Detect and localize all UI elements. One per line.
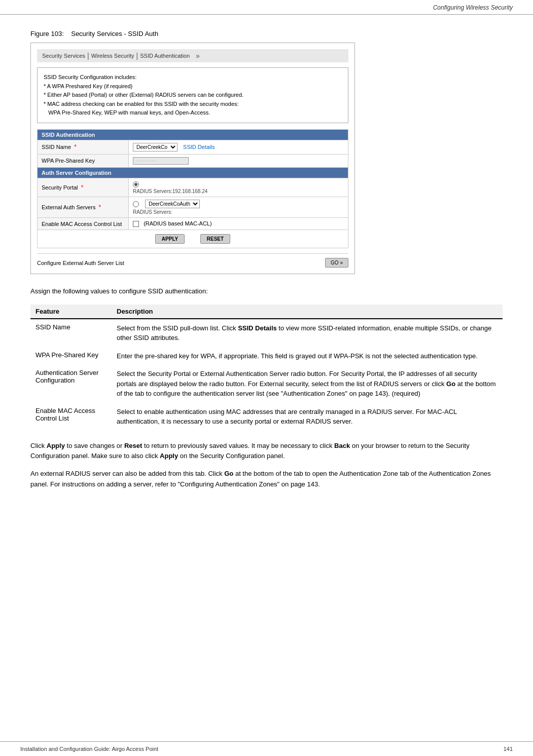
ssid-name-label: SSID Name (42, 144, 71, 150)
buttons-cell: APPLY RESET (38, 230, 348, 248)
feat-mac-acl-name: Enable MAC AccessControl List (30, 403, 112, 431)
feat-wpa-name: WPA Pre-Shared Key (30, 347, 112, 365)
info-line-1: SSID Security Configuration includes: (44, 73, 342, 82)
security-portal-value-cell: RADIUS Servers:192.168.168.24 (129, 178, 348, 197)
breadcrumb-forward-icon: » (196, 52, 200, 60)
ssid-details-link[interactable]: SSID Details (183, 144, 215, 150)
feat-mac-acl-desc: Select to enable authentication using MA… (112, 403, 503, 431)
wpa-key-input[interactable] (133, 157, 189, 165)
external-auth-radio[interactable] (133, 201, 139, 207)
external-auth-value-cell: DeerCreekCoAuth RADIUS Servers: (129, 197, 348, 218)
feat-ssid-name: SSID Name (30, 319, 112, 347)
breadcrumb-part-1: Security Services (42, 53, 85, 59)
feature-row-wpa: WPA Pre-Shared Key Enter the pre-shared … (30, 347, 503, 365)
apply-button[interactable]: APPLY (155, 234, 185, 244)
go-bold: Go (446, 380, 455, 388)
external-auth-select[interactable]: DeerCreekCoAuth (145, 200, 200, 208)
ssid-name-row: SSID Name * DeerCreekCo SSID Details (38, 140, 348, 154)
figure-title: Security Services - SSID Auth (71, 30, 158, 37)
breadcrumb-part-3: SSID Authentication (140, 53, 190, 59)
mac-acl-row: Enable MAC Access Control List (RADIUS b… (38, 218, 348, 230)
body-para-1: Click Apply to save changes or Reset to … (30, 441, 503, 462)
security-portal-row: Security Portal * RADIUS Servers:192.168… (38, 178, 348, 197)
radius-servers-empty-line: RADIUS Servers: (133, 209, 344, 215)
footer-right: 141 (504, 746, 513, 752)
info-line-4: * MAC address checking can be enabled fo… (44, 100, 342, 109)
breadcrumb-arrow-2: | (136, 52, 138, 60)
security-portal-required: * (81, 184, 84, 191)
reset-bold: Reset (124, 442, 142, 449)
info-box: SSID Security Configuration includes: * … (37, 67, 348, 123)
feature-row-mac-acl: Enable MAC AccessControl List Select to … (30, 403, 503, 431)
mac-acl-text: (RADIUS based MAC-ACL) (144, 220, 211, 226)
footer-left: Installation and Configuration Guide: Ai… (20, 746, 158, 752)
body-para-2: An external RADIUS server can also be ad… (30, 469, 503, 490)
figure-caption: Figure 103: Security Services - SSID Aut… (30, 30, 503, 37)
main-content: Figure 103: Security Services - SSID Aut… (0, 15, 533, 517)
mac-acl-checkbox[interactable] (133, 221, 139, 227)
back-bold: Back (334, 442, 350, 449)
feature-table-header-row: Feature Description (30, 305, 503, 319)
breadcrumb-part-2: Wireless Security (91, 53, 134, 59)
config-table: SSID Authentication SSID Name * DeerCree… (37, 129, 348, 248)
feat-ssid-desc: Select from the SSID pull-down list. Cli… (112, 319, 503, 347)
screenshot-box: Security Services | Wireless Security | … (30, 43, 355, 274)
security-portal-radio[interactable] (133, 181, 139, 187)
wpa-key-row: WPA Pre-Shared Key (38, 154, 348, 167)
configure-ext-label: Configure External Auth Server List (37, 260, 124, 266)
mac-acl-label-cell: Enable MAC Access Control List (38, 218, 129, 230)
mac-acl-value-cell: (RADIUS based MAC-ACL) (129, 218, 348, 230)
auth-server-header-row: Auth Server Configuration (38, 167, 348, 178)
feat-auth-server-name: Authentication ServerConfiguration (30, 365, 112, 403)
ssid-name-value-cell: DeerCreekCo SSID Details (129, 140, 348, 154)
ssid-details-bold: SSID Details (238, 324, 277, 332)
external-auth-required: * (99, 204, 101, 211)
apply-bold-2: Apply (160, 452, 178, 460)
figure-label: Figure 103: (30, 30, 64, 37)
bottom-bar: Configure External Auth Server List GO » (37, 253, 348, 268)
ssid-name-required: * (74, 143, 77, 150)
ssid-auth-header-row: SSID Authentication (38, 129, 348, 140)
page-footer: Installation and Configuration Guide: Ai… (0, 741, 533, 756)
assign-text: Assign the following values to configure… (30, 286, 503, 296)
external-auth-label: External Auth Servers (42, 204, 95, 210)
feature-row-auth-server: Authentication ServerConfiguration Selec… (30, 365, 503, 403)
feature-row-ssid: SSID Name Select from the SSID pull-down… (30, 319, 503, 347)
header-title: Configuring Wireless Security (433, 4, 513, 11)
ssid-auth-header-cell: SSID Authentication (38, 129, 348, 140)
apply-bold-1: Apply (47, 442, 65, 449)
breadcrumb-arrow-1: | (87, 52, 89, 60)
feature-table: Feature Description SSID Name Select fro… (30, 305, 503, 431)
page-header: Configuring Wireless Security (0, 0, 533, 15)
feat-wpa-desc: Enter the pre-shared key for WPA, if app… (112, 347, 503, 365)
breadcrumb-bar: Security Services | Wireless Security | … (37, 49, 348, 62)
info-line-2: * A WPA Preshared Key (if required) (44, 82, 342, 91)
external-auth-label-cell: External Auth Servers * (38, 197, 129, 218)
wpa-key-value-cell (129, 154, 348, 167)
reset-button[interactable]: RESET (200, 234, 230, 244)
feat-auth-server-desc: Select the Security Portal or External A… (112, 365, 503, 403)
auth-server-header-cell: Auth Server Configuration (38, 167, 348, 178)
ssid-name-label-cell: SSID Name * (38, 140, 129, 154)
col-feature: Feature (30, 305, 112, 319)
info-line-5: WPA Pre-Shared Key, WEP with manual keys… (44, 108, 342, 118)
go-bold-2: Go (224, 470, 233, 477)
go-button[interactable]: GO » (325, 258, 348, 268)
ssid-name-select[interactable]: DeerCreekCo (133, 143, 177, 152)
radius-servers-line: RADIUS Servers:192.168.168.24 (133, 188, 344, 194)
buttons-row: APPLY RESET (38, 230, 348, 248)
security-portal-label: Security Portal (42, 184, 78, 191)
wpa-key-label-cell: WPA Pre-Shared Key (38, 154, 129, 167)
col-description: Description (112, 305, 503, 319)
external-auth-row: External Auth Servers * DeerCreekCoAuth … (38, 197, 348, 218)
security-portal-label-cell: Security Portal * (38, 178, 129, 197)
info-line-3: * Either AP based (Portal) or other (Ext… (44, 91, 342, 100)
